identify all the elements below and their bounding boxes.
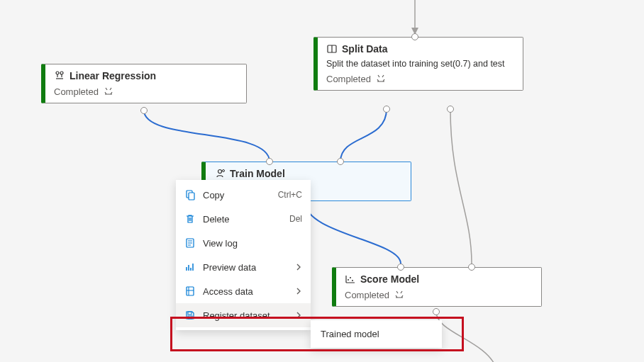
- port-input[interactable]: [266, 158, 273, 165]
- node-title: Split Data: [342, 43, 388, 55]
- menu-shortcut: Del: [289, 214, 302, 224]
- data-icon: [184, 285, 196, 297]
- menu-label: Delete: [203, 214, 282, 225]
- menu-label: Register dataset: [203, 310, 288, 321]
- chevron-right-icon: [295, 286, 302, 297]
- node-title: Score Model: [360, 273, 419, 285]
- node-title: Linear Regression: [70, 70, 156, 81]
- chevron-right-icon: [295, 310, 302, 321]
- menu-item-view-log[interactable]: View log: [176, 231, 311, 255]
- menu-label: Access data: [203, 286, 288, 297]
- svg-point-3: [218, 170, 222, 174]
- svg-point-0: [56, 72, 59, 74]
- port-output[interactable]: [383, 106, 390, 113]
- context-menu: Copy Ctrl+C Delete Del View log Preview …: [176, 180, 311, 330]
- port-input[interactable]: [337, 158, 344, 165]
- menu-item-delete[interactable]: Delete Del: [176, 207, 311, 231]
- menu-item-preview-data[interactable]: Preview data: [176, 255, 311, 279]
- port-output[interactable]: [433, 308, 440, 315]
- svg-point-6: [350, 277, 351, 278]
- status-text: Completed: [345, 290, 389, 300]
- status-text: Completed: [54, 86, 99, 97]
- copy-icon: [184, 189, 196, 200]
- submenu-register-dataset: Trained model: [311, 320, 442, 348]
- split-icon: [326, 43, 338, 55]
- svg-rect-11: [187, 287, 194, 295]
- svg-point-7: [352, 280, 353, 281]
- recycle-icon: [394, 289, 405, 300]
- svg-rect-9: [189, 193, 194, 200]
- menu-label: Copy: [203, 190, 271, 200]
- menu-item-copy[interactable]: Copy Ctrl+C: [176, 183, 311, 207]
- train-icon: [214, 168, 226, 179]
- port-input[interactable]: [411, 33, 418, 40]
- menu-label: View log: [203, 238, 302, 249]
- svg-point-5: [348, 279, 349, 281]
- submenu-item-trained-model[interactable]: Trained model: [321, 329, 432, 339]
- svg-rect-12: [188, 312, 191, 315]
- node-title: Train Model: [230, 168, 285, 179]
- svg-point-4: [223, 170, 225, 172]
- menu-item-register-dataset[interactable]: Register dataset: [176, 303, 311, 327]
- svg-point-1: [60, 72, 63, 74]
- port-input[interactable]: [397, 264, 404, 271]
- status-text: Completed: [326, 74, 371, 84]
- node-linear-regression[interactable]: Linear Regression Completed: [41, 64, 247, 103]
- menu-shortcut: Ctrl+C: [278, 190, 302, 200]
- node-description: Split the dataset into training set(0.7)…: [326, 59, 514, 69]
- menu-item-access-data[interactable]: Access data: [176, 279, 311, 303]
- node-score-model[interactable]: Score Model Completed: [332, 267, 542, 307]
- port-output[interactable]: [447, 106, 454, 113]
- module-icon: [54, 70, 65, 81]
- recycle-icon: [375, 73, 387, 84]
- port-output[interactable]: [140, 107, 148, 114]
- port-input[interactable]: [468, 264, 475, 271]
- score-icon: [345, 273, 356, 285]
- svg-rect-13: [188, 316, 192, 319]
- chart-icon: [184, 261, 196, 273]
- menu-label: Preview data: [203, 262, 288, 273]
- recycle-icon: [103, 86, 114, 97]
- node-split-data[interactable]: Split Data Split the dataset into traini…: [313, 37, 523, 91]
- submenu-label: Trained model: [321, 329, 379, 339]
- save-icon: [184, 310, 196, 321]
- chevron-right-icon: [295, 262, 302, 273]
- delete-icon: [184, 213, 196, 225]
- log-icon: [184, 237, 196, 249]
